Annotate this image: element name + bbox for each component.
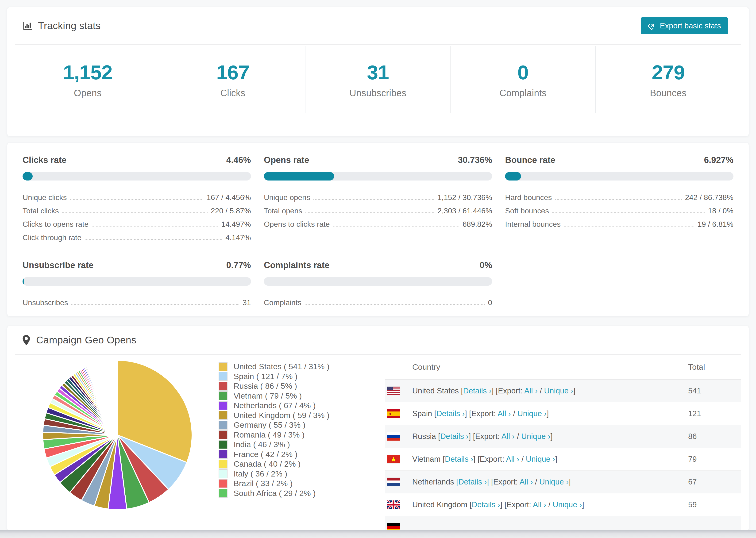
country-cell: Russia [Details ›] [Export: All › / Uniq… [412, 432, 553, 441]
stat-value: 279 [652, 61, 685, 84]
stat-cell-clicks: 167Clicks [160, 46, 305, 113]
geo-section-title: Campaign Geo Opens [36, 335, 136, 346]
dotted-leader [305, 212, 434, 213]
country-export-all-link[interactable]: All › [533, 500, 546, 509]
legend-item: Romania ( 49 / 3% ) [219, 430, 329, 440]
legend-label: Italy ( 36 / 2% ) [234, 469, 287, 478]
geo-pie-chart [41, 359, 193, 511]
rate-head: Bounce rate6.927% [505, 155, 733, 165]
tracking-stats-card: Tracking stats Export basic stats 1,152O… [7, 7, 749, 136]
country-details-link[interactable]: Details › [440, 432, 469, 441]
rate-title: Complaints rate [264, 260, 330, 270]
rate-block-complaints-rate: Complaints rate0%Complaints0 [264, 260, 492, 307]
export-basic-stats-button[interactable]: Export basic stats [641, 17, 728, 34]
legend-label: Germany ( 55 / 3% ) [234, 420, 305, 430]
table-row: Vietnam [Details ›] [Export: All › / Uni… [385, 448, 741, 471]
legend-label: India ( 46 / 3% ) [234, 440, 290, 449]
progress-bar-track [23, 277, 251, 286]
legend-label: Brazil ( 33 / 2% ) [234, 479, 293, 488]
legend-color-swatch [219, 489, 228, 498]
country-cell: Spain [Details ›] [Export: All › / Uniqu… [412, 409, 549, 418]
legend-color-swatch [219, 382, 228, 391]
country-export-unique-link[interactable]: Unique › [517, 409, 547, 418]
dotted-leader [92, 226, 218, 227]
stat-cell-complaints: 0Complaints [451, 46, 596, 113]
detail-value: 220 / 5.87% [211, 207, 251, 215]
total-cell: 59 [688, 500, 741, 509]
country-export-all-link[interactable]: All › [502, 432, 515, 441]
detail-row: Click through rate4.147% [23, 229, 251, 242]
country-export-unique-link[interactable]: Unique › [539, 477, 568, 486]
rate-block-bounce-rate: Bounce rate6.927%Hard bounces242 / 86.73… [505, 155, 733, 242]
country-export-unique-link[interactable]: Unique › [544, 386, 573, 395]
detail-row: Unique opens1,152 / 30.736% [264, 188, 492, 202]
stat-value: 0 [517, 61, 528, 84]
dotted-leader [564, 226, 694, 227]
legend-item: Netherlands ( 67 / 4% ) [219, 401, 329, 410]
country-export-unique-link[interactable]: Unique › [553, 500, 582, 509]
legend-color-swatch [219, 430, 228, 439]
flag-icon-es [387, 409, 400, 418]
dotted-leader [62, 212, 207, 213]
country-export-unique-link[interactable]: Unique › [521, 432, 551, 441]
rates-card: Clicks rate4.46%Unique clicks167 / 4.456… [7, 143, 749, 316]
detail-row: Unique clicks167 / 4.456% [23, 188, 251, 202]
country-details-link[interactable]: Details › [458, 477, 487, 486]
detail-label: Complaints [264, 298, 301, 307]
dotted-leader [555, 199, 682, 200]
country-export-unique-link[interactable]: Unique › [526, 455, 555, 463]
legend-label: Canada ( 40 / 2% ) [234, 459, 300, 468]
dotted-leader [85, 239, 222, 240]
rate-value: 4.46% [226, 155, 251, 165]
detail-row: Soft bounces18 / 0% [505, 202, 733, 215]
country-details-link[interactable]: Details › [445, 455, 473, 463]
legend-item: Italy ( 36 / 2% ) [219, 469, 329, 479]
country-name: United States [412, 386, 459, 395]
rate-value: 30.736% [458, 155, 492, 165]
dotted-leader [305, 304, 485, 305]
rate-title: Bounce rate [505, 155, 555, 165]
legend-label: France ( 42 / 2% ) [234, 450, 297, 459]
export-button-label: Export basic stats [660, 21, 721, 30]
detail-label: Unsubscribes [23, 298, 68, 307]
country-export-all-link[interactable]: All › [524, 386, 538, 395]
table-row: United States [Details ›] [Export: All ›… [385, 380, 741, 402]
detail-value: 1,152 / 30.736% [437, 193, 492, 202]
detail-value: 19 / 6.81% [698, 220, 733, 229]
total-cell: 541 [688, 386, 741, 395]
rate-detail-rows: Unique opens1,152 / 30.736%Total opens2,… [264, 188, 492, 229]
flag-icon-vn [387, 455, 400, 463]
country-details-link[interactable]: Details › [472, 500, 500, 509]
detail-value: 2,303 / 61.446% [437, 207, 492, 215]
summary-stats-row: 1,152Opens167Clicks31Unsubscribes0Compla… [15, 46, 741, 113]
progress-bar-fill [23, 277, 24, 286]
country-details-link[interactable]: Details › [436, 409, 465, 418]
legend-label: Vietnam ( 79 / 5% ) [234, 391, 302, 401]
country-export-all-link[interactable]: All › [498, 409, 511, 418]
legend-item: United States ( 541 / 31% ) [219, 362, 329, 372]
rate-head: Unsubscribe rate0.77% [23, 260, 251, 270]
rate-title: Opens rate [264, 155, 309, 165]
legend-item: Russia ( 86 / 5% ) [219, 381, 329, 391]
legend-item: Vietnam ( 79 / 5% ) [219, 391, 329, 401]
country-export-all-link[interactable]: All › [519, 477, 533, 486]
detail-label: Total opens [264, 207, 302, 215]
rate-value: 0% [480, 260, 492, 270]
country-details-link[interactable]: Details › [463, 386, 491, 395]
detail-value: 242 / 86.738% [685, 193, 733, 202]
rate-value: 6.927% [704, 155, 734, 165]
table-row: United Kingdom [Details ›] [Export: All … [385, 493, 741, 516]
stat-label: Clicks [220, 88, 245, 98]
rate-value: 0.77% [226, 260, 251, 270]
stat-value: 31 [367, 61, 389, 84]
rates-grid: Clicks rate4.46%Unique clicks167 / 4.456… [7, 143, 749, 307]
progress-bar-fill [264, 172, 334, 181]
country-cell: United Kingdom [Details ›] [Export: All … [412, 500, 584, 509]
rate-block-opens-rate: Opens rate30.736%Unique opens1,152 / 30.… [264, 155, 492, 242]
flag-icon-us [387, 387, 400, 395]
total-cell: 86 [688, 432, 741, 441]
country-cell: Netherlands [Details ›] [Export: All › /… [412, 477, 571, 486]
detail-label: Clicks to opens rate [23, 220, 88, 229]
stat-label: Opens [74, 88, 102, 98]
country-export-all-link[interactable]: All › [506, 455, 519, 463]
